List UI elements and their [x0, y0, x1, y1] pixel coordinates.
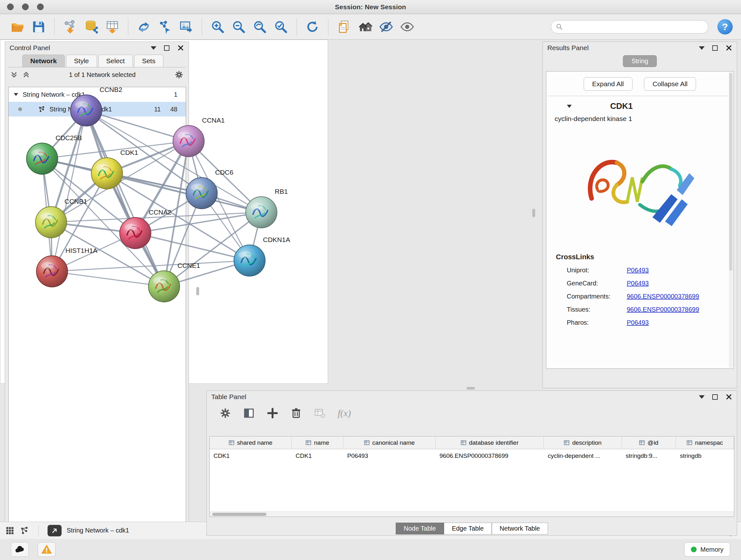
network-arrows-button[interactable] [135, 17, 153, 37]
close-panel-icon[interactable] [725, 393, 732, 400]
column-type-icon [306, 440, 311, 445]
crosslink-row: Tissues:9606.ENSP00000378699 [546, 303, 733, 316]
table-panel-tabs: Node TableEdge TableNetwork Table [207, 523, 737, 535]
tab-node-table[interactable]: Node Table [396, 523, 444, 535]
zoom-in-icon [210, 19, 225, 34]
import-table-file-button[interactable] [103, 17, 122, 37]
network-node-CCNB2[interactable]: CCNB2 [71, 86, 122, 126]
crosslink-value-link[interactable]: 9606.ENSP00000378699 [627, 306, 699, 313]
gene-name: CDK1 [610, 101, 633, 111]
zoom-out-button[interactable] [229, 17, 248, 37]
save-session-button[interactable] [29, 17, 48, 37]
new-network-from-selection-button[interactable] [156, 17, 174, 37]
maximize-window-button[interactable] [37, 3, 44, 10]
panel-menu-icon[interactable] [699, 46, 704, 50]
network-node-CDC6[interactable]: CDC6 [186, 169, 233, 209]
import-network-file-button[interactable] [61, 17, 79, 37]
table-cell[interactable]: CDK1 [210, 449, 292, 462]
import-network-database-button[interactable] [82, 17, 100, 37]
homes-button[interactable] [356, 17, 374, 37]
help-button[interactable]: ? [718, 19, 733, 35]
birdseye-view-button[interactable] [48, 525, 62, 537]
network-node-CDK1[interactable]: CDK1 [91, 149, 138, 189]
close-window-button[interactable] [7, 3, 14, 10]
main-toolbar: ? [0, 14, 741, 40]
column-header-description[interactable]: description [544, 436, 622, 449]
network-graph[interactable]: CCNB2CCNA1CDC25BCDK1CDC6RB1CCNB1CCNA2CDK… [0, 40, 327, 366]
window-title: Session: New Session [335, 3, 406, 11]
column-header-name[interactable]: name [292, 436, 343, 449]
table-body: CDK1CDK1P064939606.ENSP00000378699cyclin… [210, 449, 734, 462]
results-scrollbar[interactable] [729, 72, 733, 368]
node-label: CCNB2 [99, 86, 122, 93]
table-settings-gear-icon[interactable] [219, 408, 231, 419]
crosslink-row: Pharos:P06493 [546, 316, 733, 329]
float-panel-icon[interactable] [712, 394, 718, 400]
network-canvas[interactable]: CCNB2CCNA1CDC25BCDK1CDC6RB1CCNB1CCNA2CDK… [0, 40, 328, 384]
column-header-@id[interactable]: @id [622, 436, 676, 449]
crosslink-label: GeneCard: [567, 280, 627, 287]
grid-view-icon[interactable] [5, 526, 15, 536]
network-node-CDKN1A[interactable]: CDKN1A [234, 236, 290, 276]
add-column-plus-icon[interactable] [267, 408, 278, 419]
section-expander-icon[interactable] [566, 103, 572, 110]
table-cell[interactable]: stringdb:9... [622, 449, 676, 462]
network-node-CCNB1[interactable]: CCNB1 [36, 198, 87, 238]
splitter-handle[interactable] [467, 387, 475, 389]
show-columns-icon[interactable] [243, 408, 255, 419]
network-node-HIST1H1A[interactable]: HIST1H1A [37, 247, 97, 287]
refresh-layout-button[interactable] [303, 17, 322, 37]
collapse-all-button[interactable]: Collapse All [644, 77, 696, 91]
toolbar-separator [328, 18, 328, 36]
crosslinks-title: CrossLinks [546, 245, 733, 264]
statusbar-separator [38, 525, 39, 536]
table-hscrollbar[interactable] [210, 511, 734, 516]
crosslink-value-link[interactable]: 9606.ENSP00000378699 [627, 293, 699, 300]
table-cell[interactable]: CDK1 [292, 449, 343, 462]
import-table-file-icon [105, 19, 120, 34]
expand-all-button[interactable]: Expand All [584, 77, 632, 91]
splitter-handle[interactable] [196, 287, 199, 295]
zoom-selected-button[interactable] [272, 17, 290, 37]
hide-button[interactable] [377, 17, 395, 37]
crosslink-value-link[interactable]: P06493 [627, 280, 649, 287]
tab-network-table[interactable]: Network Table [492, 523, 548, 535]
warnings-button[interactable] [38, 542, 56, 557]
column-header-canonical-name[interactable]: canonical name [343, 436, 435, 449]
table-cell[interactable]: stringdb [676, 449, 734, 462]
close-panel-icon[interactable] [725, 44, 732, 51]
float-panel-icon[interactable] [712, 45, 718, 51]
network-node-CCNA1[interactable]: CCNA1 [173, 117, 225, 157]
search-input[interactable] [566, 23, 704, 30]
export-image-button[interactable] [177, 17, 195, 37]
tab-edge-table[interactable]: Edge Table [444, 523, 492, 535]
table-cell[interactable]: cyclin-dependent ... [544, 449, 622, 462]
table-row[interactable]: CDK1CDK1P064939606.ENSP00000378699cyclin… [210, 449, 734, 462]
splitter-handle[interactable] [532, 209, 535, 217]
table-cell[interactable]: 9606.ENSP00000378699 [435, 449, 544, 462]
column-header-namespac[interactable]: namespac [676, 436, 734, 449]
memory-button[interactable]: Memory [684, 543, 730, 557]
column-header-database-identifier[interactable]: database identifier [435, 436, 544, 449]
table-cell[interactable]: P06493 [343, 449, 435, 462]
delete-column-trash-icon[interactable] [290, 408, 302, 419]
column-header-shared-name[interactable]: shared name [210, 436, 292, 449]
show-button[interactable] [398, 17, 416, 37]
crosslink-value-link[interactable]: P06493 [627, 266, 649, 274]
export-image-icon [179, 19, 193, 34]
cloud-button[interactable] [11, 542, 29, 557]
crosslink-value-link[interactable]: P06493 [627, 319, 649, 326]
zoom-in-button[interactable] [208, 17, 227, 37]
toolbar-separator [54, 18, 55, 36]
node-label: CDC25B [56, 134, 82, 141]
toolbar-search[interactable] [551, 20, 709, 34]
network-view-icon[interactable] [20, 526, 29, 536]
open-session-button[interactable] [8, 17, 27, 37]
panel-menu-icon[interactable] [699, 395, 704, 399]
minimize-window-button[interactable] [22, 3, 29, 10]
tab-string[interactable]: String [623, 55, 657, 67]
network-node-RB1[interactable]: RB1 [246, 188, 288, 228]
zoom-fit-button[interactable] [251, 17, 269, 37]
documents-button[interactable] [335, 17, 353, 37]
import-network-database-icon [84, 19, 98, 34]
